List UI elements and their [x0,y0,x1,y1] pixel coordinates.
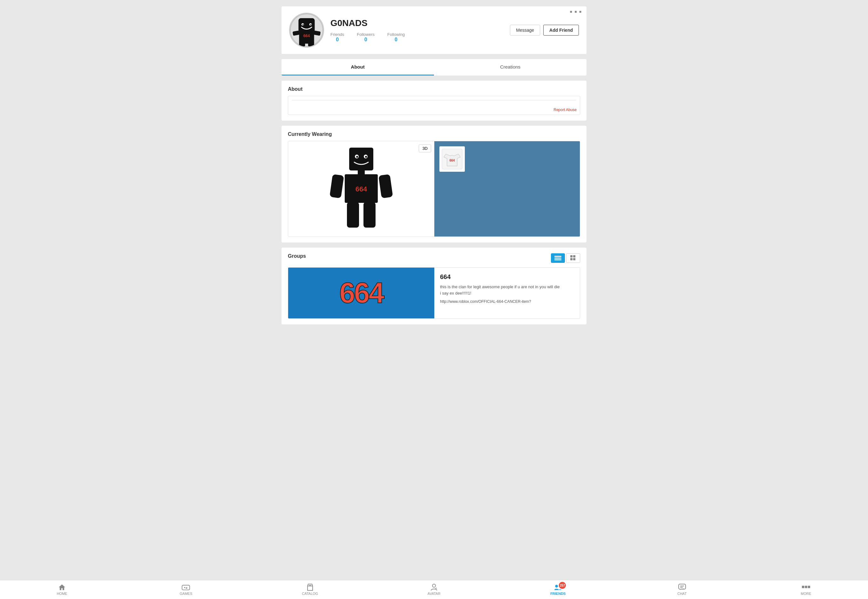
games-icon [182,584,190,591]
wearing-item-shirt[interactable]: 664 [439,146,465,172]
svg-rect-27 [554,258,562,259]
tab-about[interactable]: About [281,59,434,75]
svg-point-37 [432,584,436,587]
about-section-title: About [288,86,580,92]
svg-rect-12 [349,147,373,170]
profile-card: 664 G0NADS Friends 0 Followers 0 Followi… [281,6,587,54]
svg-rect-30 [573,255,575,257]
group-info: 664 this is the clan for legit awesome p… [434,268,580,318]
home-icon [58,584,66,591]
report-abuse-link[interactable]: Report Abuse [554,108,577,112]
friends-count: 0 [336,37,339,42]
view-list-btn[interactable] [551,253,565,263]
groups-section: Groups [281,248,587,324]
catalog-icon [306,584,314,591]
svg-rect-9 [299,42,305,46]
svg-rect-44 [805,585,807,588]
nav-friends[interactable]: 257 FRIENDS [545,584,571,596]
message-button[interactable]: Message [510,25,540,36]
svg-rect-17 [358,170,365,175]
svg-rect-32 [573,258,575,260]
about-box: Report Abuse [288,96,580,115]
svg-rect-45 [808,585,810,588]
character-3d-svg: 664 [326,144,396,233]
about-divider [292,100,576,100]
following-stat[interactable]: Following 0 [387,32,405,42]
group-card[interactable]: 664 664 this is the clan for legit aweso… [288,267,580,319]
wearing-3d-view: 3D 664 [288,141,434,236]
groups-section-title: Groups [288,253,306,259]
group-664-number: 664 [339,277,383,310]
svg-rect-29 [570,255,572,257]
svg-rect-26 [554,256,562,257]
svg-point-34 [184,587,186,588]
svg-text:664: 664 [450,159,455,162]
view-grid-btn[interactable] [566,253,580,263]
nav-chat-label: CHAT [677,592,687,596]
friends-badge-count: 257 [559,582,566,589]
profile-stats: Friends 0 Followers 0 Following 0 [331,32,504,42]
btn-3d[interactable]: 3D [419,144,431,152]
svg-rect-10 [308,42,314,46]
nav-avatar-label: AVATAR [428,592,441,596]
profile-actions: Message Add Friend [510,25,579,36]
svg-rect-2 [298,18,314,34]
svg-point-38 [556,585,558,588]
svg-point-5 [302,24,304,26]
tabs-container: About Creations [281,59,587,75]
group-description: this is the clan for legit awesome peopl… [440,284,574,296]
followers-label: Followers [357,32,374,37]
more-icon [802,584,810,591]
chat-icon [678,584,686,591]
nav-more[interactable]: MORE [793,584,819,596]
add-friend-button[interactable]: Add Friend [543,25,579,36]
group-link[interactable]: http://www.roblox.com/OFFICIAL-664-CANCE… [440,300,574,304]
nav-games-label: GAMES [180,592,193,596]
svg-text:664: 664 [356,185,367,193]
profile-info: G0NADS Friends 0 Followers 0 Following 0 [331,18,504,42]
svg-rect-20 [329,174,344,198]
svg-rect-23 [364,202,376,227]
nav-chat[interactable]: CHAT [669,584,695,596]
about-section: About Report Abuse [281,81,587,120]
nav-home-label: HOME [57,592,67,596]
list-view-icon [554,256,562,260]
view-toggle [551,253,580,263]
followers-count: 0 [364,37,367,42]
friends-label: Friends [331,32,344,37]
following-label: Following [387,32,405,37]
nav-games[interactable]: GAMES [173,584,199,596]
currently-wearing-section: Currently Wearing 3D [281,126,587,242]
groups-header: Groups [288,253,580,263]
svg-rect-21 [378,174,393,198]
friends-stat[interactable]: Friends 0 [331,32,344,42]
nav-catalog-label: CATALOG [302,592,318,596]
nav-avatar[interactable]: AVATAR [421,584,447,596]
svg-rect-43 [802,585,804,588]
avatar: 664 [289,13,324,48]
tab-creations[interactable]: Creations [434,59,587,75]
profile-username: G0NADS [331,18,504,28]
svg-text:664: 664 [303,34,310,38]
followers-stat[interactable]: Followers 0 [357,32,374,42]
svg-rect-33 [182,585,190,590]
svg-point-6 [310,24,311,26]
friends-badge-container: 257 [554,584,562,591]
grid-view-icon [570,255,576,261]
group-image: 664 [288,268,434,318]
nav-catalog[interactable]: CATALOG [297,584,323,596]
svg-rect-28 [554,259,562,260]
nav-more-label: MORE [801,592,811,596]
svg-rect-31 [570,258,572,260]
wearing-container: 3D 664 [288,141,580,237]
svg-rect-22 [347,202,359,227]
wearing-items-panel: 664 [434,141,580,236]
nav-home[interactable]: HOME [49,584,75,596]
avatar-icon [430,584,438,591]
svg-point-15 [356,156,358,158]
following-count: 0 [395,37,397,42]
more-options-button[interactable]: ■ ■ ■ [570,9,582,14]
svg-point-16 [365,156,367,158]
svg-rect-40 [679,584,685,589]
group-name[interactable]: 664 [440,273,574,281]
